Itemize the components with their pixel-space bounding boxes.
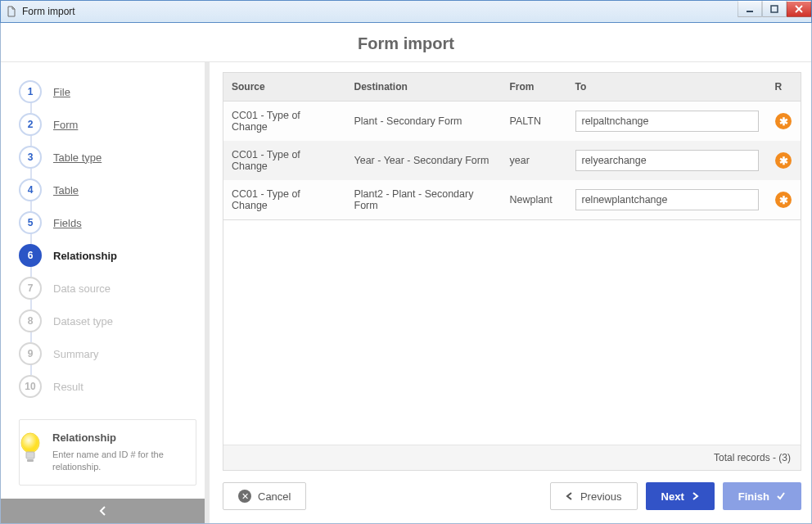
- page-title: Form import: [1, 23, 811, 62]
- wizard-step-relationship[interactable]: 6Relationship: [19, 239, 196, 272]
- col-from[interactable]: From: [502, 73, 567, 102]
- window-titlebar: Form import: [0, 0, 812, 23]
- step-label: Data source: [53, 282, 111, 295]
- cell-from: PALTN: [502, 102, 567, 142]
- help-title: Relationship: [52, 431, 186, 444]
- step-number: 10: [19, 375, 42, 398]
- step-label: Result: [53, 381, 83, 393]
- step-label: Relationship: [53, 250, 117, 262]
- window-minimize-button[interactable]: [738, 1, 762, 17]
- svg-rect-4: [26, 452, 34, 458]
- required-icon: ✱: [775, 192, 792, 208]
- step-label: Dataset type: [53, 315, 113, 328]
- to-input[interactable]: [575, 150, 759, 171]
- wizard-step-table[interactable]: 4Table: [19, 174, 196, 206]
- cell-from: Newplant: [502, 180, 567, 220]
- required-icon: ✱: [775, 152, 792, 169]
- cancel-button[interactable]: ✕ Cancel: [223, 482, 306, 510]
- step-number: 7: [19, 277, 42, 300]
- step-number: 6: [19, 244, 42, 267]
- cell-required: ✱: [767, 102, 801, 142]
- wizard-step-form[interactable]: 2Form: [19, 108, 196, 141]
- chevron-left-icon: [98, 506, 108, 516]
- window-maximize-button[interactable]: [762, 1, 787, 17]
- cell-source: CC01 - Type of Change: [223, 141, 346, 180]
- finish-button[interactable]: Finish: [723, 482, 801, 510]
- help-body: Enter name and ID # for the relationship…: [52, 449, 186, 473]
- svg-rect-0: [747, 11, 753, 12]
- step-label: Form: [53, 119, 78, 131]
- table-row[interactable]: CC01 - Type of ChangePlant2 - Plant - Se…: [223, 180, 801, 220]
- sidebar-collapse-button[interactable]: [1, 499, 205, 523]
- to-input[interactable]: [575, 189, 759, 210]
- help-card: Relationship Enter name and ID # for the…: [19, 419, 196, 486]
- step-label: File: [53, 86, 70, 98]
- wizard-step-table-type[interactable]: 3Table type: [19, 141, 196, 174]
- cell-source: CC01 - Type of Change: [223, 102, 346, 142]
- col-source[interactable]: Source: [223, 73, 346, 102]
- col-destination[interactable]: Destination: [346, 73, 502, 102]
- wizard-step-result: 10Result: [19, 370, 196, 403]
- table-row[interactable]: CC01 - Type of ChangePlant - Secondary F…: [223, 102, 801, 142]
- required-icon: ✱: [775, 113, 792, 129]
- cell-required: ✱: [767, 141, 801, 180]
- svg-rect-5: [27, 459, 34, 462]
- wizard-step-dataset-type: 8Dataset type: [19, 305, 196, 337]
- step-number: 1: [19, 80, 42, 103]
- step-number: 5: [19, 211, 42, 234]
- to-input[interactable]: [575, 111, 759, 132]
- svg-point-3: [22, 434, 38, 452]
- cell-destination: Year - Year - Secondary Form: [346, 141, 502, 180]
- wizard-step-file[interactable]: 1File: [19, 75, 196, 108]
- previous-button[interactable]: Previous: [550, 482, 638, 510]
- step-label: Summary: [53, 348, 99, 360]
- wizard-step-fields[interactable]: 5Fields: [19, 206, 196, 239]
- chevron-left-icon: [566, 492, 574, 500]
- main-panel: Source Destination From To R CC01 - Type…: [210, 62, 811, 523]
- cell-destination: Plant2 - Plant - Secondary Form: [346, 180, 502, 220]
- step-label: Table: [53, 184, 79, 196]
- next-button[interactable]: Next: [646, 482, 715, 510]
- cell-destination: Plant - Secondary Form: [346, 102, 502, 142]
- svg-rect-1: [771, 6, 778, 12]
- chevron-right-icon: [691, 492, 699, 500]
- lightbulb-icon: [16, 431, 44, 468]
- table-row[interactable]: CC01 - Type of ChangeYear - Year - Secon…: [223, 141, 801, 180]
- step-number: 2: [19, 113, 42, 136]
- step-number: 8: [19, 309, 42, 332]
- cell-required: ✱: [767, 180, 801, 220]
- document-icon: [6, 6, 17, 17]
- check-icon: [776, 491, 786, 501]
- cell-from: year: [502, 141, 567, 180]
- step-number: 4: [19, 178, 42, 201]
- col-to[interactable]: To: [567, 73, 767, 102]
- wizard-step-data-source: 7Data source: [19, 272, 196, 305]
- window-title: Form import: [22, 6, 75, 17]
- step-label: Fields: [53, 217, 82, 229]
- window-close-button[interactable]: [787, 1, 811, 17]
- step-number: 9: [19, 342, 42, 365]
- records-footer: Total records - (3): [223, 445, 801, 470]
- wizard-sidebar: 1File2Form3Table type4Table5Fields6Relat…: [1, 62, 210, 523]
- cell-source: CC01 - Type of Change: [223, 180, 346, 220]
- cancel-icon: ✕: [238, 490, 251, 503]
- cell-to: [567, 102, 767, 142]
- step-number: 3: [19, 146, 42, 169]
- cell-to: [567, 180, 767, 220]
- cell-to: [567, 141, 767, 180]
- relationship-table: Source Destination From To R CC01 - Type…: [223, 72, 801, 220]
- step-label: Table type: [53, 151, 102, 164]
- wizard-step-summary: 9Summary: [19, 337, 196, 370]
- col-required[interactable]: R: [767, 73, 801, 102]
